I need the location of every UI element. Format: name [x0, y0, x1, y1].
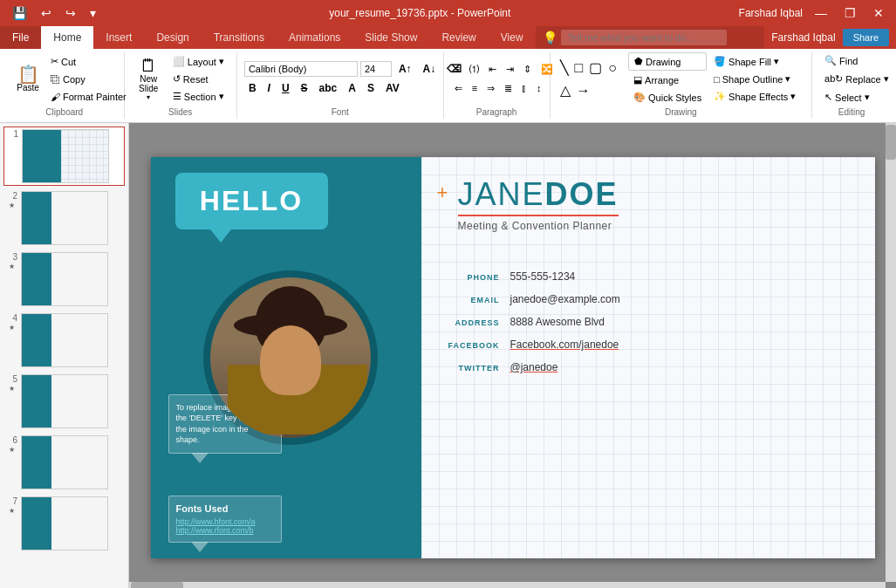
- horizontal-scrollbar[interactable]: [129, 582, 886, 588]
- tab-file[interactable]: File: [0, 26, 41, 49]
- customize-quick-btn[interactable]: ▾: [85, 6, 101, 20]
- find-icon: 🔍: [824, 55, 837, 66]
- paragraph-group: ≡ ⑴ ⇤ ⇥ ⇕ 🔀 ⇐ ≡ ⇒ ≣ ⫿ ↕ Paragraph: [444, 52, 551, 119]
- phone-row: PHONE 555-555-1234: [439, 270, 866, 283]
- align-right-btn[interactable]: ⇒: [483, 81, 498, 96]
- shapes-gallery-btn[interactable]: ⬟ Drawing: [628, 52, 707, 71]
- phone-label: PHONE: [439, 273, 500, 282]
- close-btn[interactable]: ✕: [868, 6, 889, 20]
- save-quick-btn[interactable]: 💾: [7, 6, 32, 20]
- small-caps-button[interactable]: abc: [315, 80, 342, 96]
- tab-home[interactable]: Home: [41, 26, 93, 49]
- align-left-btn[interactable]: ⇐: [451, 81, 466, 96]
- user-name-display: Farshad Iqbal: [739, 7, 803, 19]
- tell-me-input[interactable]: [561, 30, 727, 45]
- line-spacing-btn[interactable]: ↕: [533, 81, 545, 95]
- find-button[interactable]: 🔍 Find: [819, 52, 863, 69]
- facebook-row: FACEBOOK Facebook.com/janedoe: [439, 338, 866, 351]
- restore-btn[interactable]: ❐: [839, 6, 861, 20]
- format-painter-icon: 🖌: [51, 92, 60, 102]
- star-icon-3: ★: [9, 263, 15, 270]
- strikethrough-button[interactable]: S: [297, 80, 312, 96]
- share-button[interactable]: Share: [843, 29, 889, 46]
- slide-left-panel: HELLO: [151, 157, 421, 558]
- photo-circle: [203, 270, 378, 445]
- star-icon-4: ★: [9, 324, 15, 332]
- shape-fill-dropdown: ▾: [774, 56, 779, 67]
- shape-outline-dropdown: ▾: [785, 73, 790, 85]
- cut-button[interactable]: ✂ Cut: [45, 53, 132, 70]
- clipboard-label: Clipboard: [12, 106, 117, 119]
- font-name-input[interactable]: [244, 61, 358, 77]
- arrange-button[interactable]: ⬓ Arrange: [628, 72, 707, 88]
- paste-button[interactable]: 📋 Paste: [12, 58, 44, 101]
- shape-line-btn[interactable]: ╲: [557, 57, 571, 79]
- font-size-decrease-btn[interactable]: A↓: [419, 61, 441, 77]
- slides-label: Slides: [132, 106, 229, 119]
- italic-button[interactable]: I: [263, 80, 275, 96]
- replace-icon: ab↻: [824, 73, 843, 85]
- slide-thumb-1[interactable]: 1: [3, 126, 125, 186]
- full-name-display: JANEDOE: [458, 176, 619, 213]
- font-size-increase-btn[interactable]: A↑: [394, 61, 416, 77]
- copy-button[interactable]: ⿻ Copy: [45, 72, 132, 87]
- underline-button[interactable]: U: [277, 80, 294, 96]
- canvas-area[interactable]: HELLO: [129, 123, 896, 588]
- shape-arrow-btn[interactable]: →: [574, 79, 593, 101]
- quick-styles-icon: 🎨: [633, 92, 646, 103]
- slide-thumb-6[interactable]: 6 ★: [3, 434, 125, 491]
- slide-num-4: 4: [5, 313, 17, 323]
- tab-animations[interactable]: Animations: [277, 26, 352, 49]
- reset-button[interactable]: ↺ Reset: [168, 71, 229, 87]
- numbering-button[interactable]: ⑴: [466, 61, 482, 78]
- new-slide-button[interactable]: 🗒 New Slide ▾: [132, 53, 166, 105]
- horizontal-scroll-thumb[interactable]: [131, 582, 183, 588]
- tab-design[interactable]: Design: [144, 26, 201, 49]
- font-controls: A↑ A↓ ⌫ B I U S abc A S AV: [244, 52, 436, 106]
- font-color-button[interactable]: A: [344, 80, 360, 96]
- shape-oval-btn[interactable]: ○: [605, 57, 619, 79]
- slide-thumb-7[interactable]: 7 ★: [3, 495, 125, 552]
- shape-rounded-btn[interactable]: ▢: [586, 57, 605, 79]
- select-button[interactable]: ↖ Select ▾: [819, 89, 875, 106]
- align-center-btn[interactable]: ≡: [469, 81, 481, 95]
- slide-thumb-3[interactable]: 3 ★: [3, 250, 125, 308]
- shape-outline-button[interactable]: □ Shape Outline ▾: [708, 71, 804, 87]
- cut-icon: ✂: [51, 56, 58, 67]
- shape-triangle-btn[interactable]: △: [557, 79, 573, 101]
- vertical-scroll-thumb[interactable]: [886, 125, 896, 160]
- justify-btn[interactable]: ≣: [501, 81, 516, 96]
- bullets-button[interactable]: ≡: [451, 62, 463, 76]
- tab-transitions[interactable]: Transitions: [202, 26, 277, 49]
- tab-review[interactable]: Review: [429, 26, 488, 49]
- undo-quick-btn[interactable]: ↩: [36, 6, 57, 20]
- shape-rect-btn[interactable]: □: [572, 57, 586, 79]
- text-direction-btn[interactable]: ⇕: [520, 62, 535, 77]
- text-shadow-button[interactable]: S: [363, 80, 379, 96]
- redo-quick-btn[interactable]: ↪: [60, 6, 81, 20]
- slide-img-2: [21, 191, 108, 245]
- copy-icon: ⿻: [51, 74, 60, 85]
- font-size-input[interactable]: [360, 61, 392, 77]
- bold-button[interactable]: B: [244, 80, 261, 96]
- layout-button[interactable]: ⬜ Layout ▾: [168, 53, 229, 70]
- section-button[interactable]: ☰ Section ▾: [168, 88, 229, 105]
- indent-decrease-btn[interactable]: ⇤: [485, 62, 500, 77]
- tab-insert[interactable]: Insert: [93, 26, 144, 49]
- vertical-scrollbar[interactable]: [886, 123, 896, 582]
- shape-effects-button[interactable]: ✨ Shape Effects ▾: [708, 88, 804, 105]
- columns-btn[interactable]: ⫿: [518, 81, 530, 95]
- slide-thumb-4[interactable]: 4 ★: [3, 311, 125, 369]
- slide-num-6: 6: [5, 435, 17, 445]
- minimize-btn[interactable]: —: [810, 6, 832, 20]
- tab-slideshow[interactable]: Slide Show: [352, 26, 429, 49]
- indent-increase-btn[interactable]: ⇥: [503, 62, 517, 77]
- char-spacing-button[interactable]: AV: [381, 80, 404, 96]
- slide-thumb-5[interactable]: 5 ★: [3, 373, 125, 430]
- slide-thumb-2[interactable]: 2 ★: [3, 189, 125, 247]
- tab-view[interactable]: View: [489, 26, 536, 49]
- quick-styles-btn[interactable]: 🎨 Quick Styles: [628, 89, 707, 106]
- format-painter-button[interactable]: 🖌 Format Painter: [45, 89, 132, 105]
- replace-button[interactable]: ab↻ Replace ▾: [819, 71, 894, 87]
- shape-fill-button[interactable]: 🪣 Shape Fill ▾: [708, 53, 804, 70]
